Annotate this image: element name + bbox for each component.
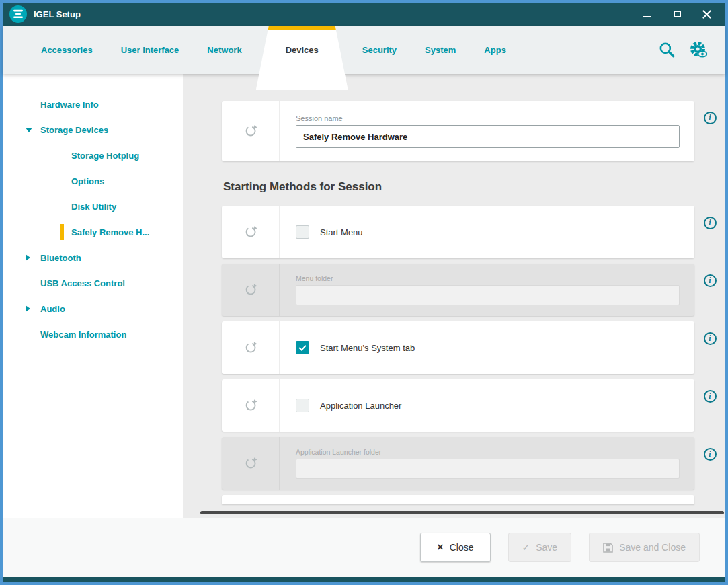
- tab-devices[interactable]: Devices: [256, 26, 348, 90]
- igel-logo-icon: [9, 5, 27, 23]
- horizontal-scrollbar[interactable]: [200, 511, 724, 514]
- chevron-collapsed-icon[interactable]: [26, 254, 30, 261]
- chevron-expanded-icon[interactable]: [26, 128, 32, 132]
- sidebar-item-storage-devices[interactable]: Storage Devices: [3, 117, 183, 143]
- info-column: i: [694, 101, 725, 124]
- tab-apps[interactable]: Apps: [470, 45, 520, 55]
- reset-icon: [244, 225, 257, 239]
- window-title: IGEL Setup: [34, 9, 81, 20]
- reset-icon: [244, 283, 257, 297]
- sidebar-item-hardware-info[interactable]: Hardware Info: [3, 91, 183, 117]
- reset-cell[interactable]: [222, 437, 280, 490]
- app-launcher-folder-card: Application Launcher folder: [222, 437, 694, 490]
- tab-user-interface[interactable]: User Interface: [107, 45, 194, 55]
- start-menu-card: Start Menu: [222, 206, 694, 258]
- title-bar: IGEL Setup: [3, 3, 725, 26]
- info-icon[interactable]: i: [704, 390, 717, 403]
- session-name-label: Session name: [296, 114, 680, 122]
- sidebar-item-bluetooth[interactable]: Bluetooth: [3, 245, 183, 270]
- sidebar-item-label: Storage Devices: [40, 125, 108, 135]
- info-icon[interactable]: i: [704, 448, 717, 461]
- tab-bar: Accessories User Interface Network Devic…: [3, 26, 725, 74]
- sidebar-item-label: Hardware Info: [40, 100, 99, 110]
- sidebar-item-label: Audio: [40, 304, 65, 314]
- start-menu-row: Start Menu i: [222, 206, 725, 258]
- main-area: Hardware Info Storage Devices Storage Ho…: [3, 74, 725, 518]
- tabbar-tools: [658, 40, 725, 59]
- check-icon: ✓: [522, 542, 530, 553]
- footer-bar: × Close ✓ Save Save and Close: [3, 518, 725, 577]
- sidebar-item-label: USB Access Control: [40, 278, 125, 288]
- save-and-close-button-label: Save and Close: [619, 542, 686, 553]
- close-x-icon: ×: [437, 541, 443, 553]
- minimize-icon: [643, 16, 651, 17]
- info-icon[interactable]: i: [704, 274, 717, 287]
- section-title: Starting Methods for Session: [223, 180, 725, 194]
- settings-view-button[interactable]: [689, 40, 708, 59]
- igel-setup-window: IGEL Setup Accessories User Interface Ne…: [0, 0, 728, 585]
- sidebar-item-storage-hotplug[interactable]: Storage Hotplug: [3, 143, 183, 168]
- check-icon: [297, 342, 308, 353]
- sidebar-item-webcam-information[interactable]: Webcam Information: [3, 321, 183, 347]
- chevron-collapsed-icon[interactable]: [26, 305, 30, 312]
- bottom-accent-strip: [3, 577, 725, 582]
- search-button[interactable]: [658, 41, 676, 58]
- start-menu-checkbox[interactable]: [296, 225, 309, 239]
- system-tab-card: Start Menu's System tab: [222, 321, 694, 374]
- save-button[interactable]: ✓ Save: [508, 533, 572, 562]
- sidebar-nav: Hardware Info Storage Devices Storage Ho…: [3, 74, 183, 518]
- menu-folder-row: Menu folder i: [222, 264, 725, 316]
- system-tab-checkbox[interactable]: [296, 341, 309, 354]
- sidebar-item-label: Safely Remove H...: [71, 227, 149, 237]
- reset-cell[interactable]: [222, 101, 280, 161]
- gear-eye-icon: [689, 40, 708, 59]
- sidebar-item-audio[interactable]: Audio: [3, 296, 183, 321]
- reset-cell[interactable]: [222, 264, 280, 316]
- app-launcher-checkbox[interactable]: [296, 399, 309, 412]
- close-window-button[interactable]: [701, 9, 712, 20]
- tab-security[interactable]: Security: [348, 45, 411, 55]
- menu-folder-field: Menu folder: [280, 264, 694, 316]
- sidebar-item-safely-remove-hardware[interactable]: Safely Remove H...: [3, 219, 183, 245]
- info-icon[interactable]: i: [704, 112, 717, 124]
- sidebar-item-label: Bluetooth: [40, 253, 81, 263]
- app-launcher-field: Application Launcher: [280, 379, 694, 432]
- app-launcher-card: Application Launcher: [222, 379, 694, 432]
- sidebar-item-disk-utility[interactable]: Disk Utility: [3, 194, 183, 219]
- app-launcher-folder-label: Application Launcher folder: [296, 448, 680, 456]
- reset-icon: [244, 399, 257, 412]
- reset-cell[interactable]: [222, 206, 280, 258]
- start-menu-label: Start Menu: [320, 227, 363, 237]
- floppy-icon: [603, 543, 613, 553]
- system-tab-row: Start Menu's System tab i: [222, 321, 725, 374]
- reset-icon: [244, 457, 257, 470]
- maximize-button[interactable]: [672, 9, 682, 20]
- minimize-button[interactable]: [642, 9, 653, 20]
- reset-cell[interactable]: [222, 379, 280, 432]
- menu-folder-input: [296, 285, 680, 305]
- save-and-close-button[interactable]: Save and Close: [589, 533, 700, 562]
- tab-network[interactable]: Network: [193, 45, 255, 55]
- app-launcher-folder-field: Application Launcher folder: [280, 437, 694, 490]
- app-launcher-folder-input: [296, 459, 680, 479]
- sidebar-item-label: Storage Hotplug: [71, 151, 139, 161]
- close-icon: [702, 10, 711, 19]
- sidebar-item-label: Options: [71, 176, 104, 186]
- tab-system[interactable]: System: [411, 45, 470, 55]
- info-icon[interactable]: i: [704, 217, 717, 229]
- app-launcher-folder-row: Application Launcher folder i: [222, 437, 725, 490]
- app-launcher-row: Application Launcher i: [222, 379, 725, 432]
- info-icon[interactable]: i: [704, 332, 717, 345]
- search-icon: [658, 41, 676, 58]
- tab-accessories[interactable]: Accessories: [27, 45, 107, 55]
- close-button[interactable]: × Close: [420, 533, 490, 562]
- reset-icon: [244, 124, 257, 138]
- sidebar-item-options[interactable]: Options: [3, 168, 183, 194]
- reset-cell[interactable]: [222, 321, 280, 374]
- window-controls: [642, 9, 719, 20]
- system-tab-field: Start Menu's System tab: [280, 321, 694, 374]
- session-name-input[interactable]: [296, 125, 680, 148]
- sidebar-item-usb-access-control[interactable]: USB Access Control: [3, 270, 183, 296]
- session-name-row: Session name i: [222, 101, 725, 161]
- menu-folder-label: Menu folder: [296, 274, 680, 282]
